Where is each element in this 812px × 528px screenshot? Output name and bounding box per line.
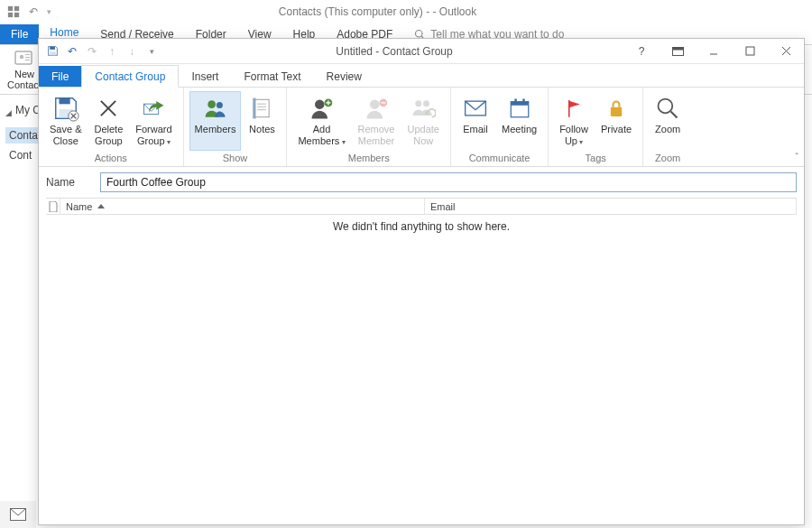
main-titlebar: ↶ ▾ Contacts (This computer only) - - Ou…: [0, 0, 812, 23]
save-icon[interactable]: [46, 45, 59, 58]
maximize-button[interactable]: [732, 39, 768, 64]
update-now-button: Update Now: [402, 91, 445, 151]
svg-rect-10: [25, 60, 30, 60]
svg-point-39: [370, 99, 380, 109]
forward-group-button[interactable]: Forward Group ▾: [130, 91, 177, 151]
meeting-icon: [506, 95, 533, 122]
notes-icon: [248, 95, 275, 122]
name-label: Name: [46, 176, 91, 189]
undo-icon[interactable]: ↶: [29, 5, 38, 18]
delete-icon: [95, 95, 122, 122]
forward-icon: [140, 95, 167, 122]
group-label-communicate: Communicate: [457, 151, 542, 166]
svg-point-52: [659, 99, 673, 114]
notes-button[interactable]: Notes: [243, 91, 281, 151]
follow-up-button[interactable]: Follow Up ▾: [554, 91, 594, 151]
flag-icon: [560, 95, 587, 122]
svg-point-42: [415, 100, 421, 107]
svg-rect-0: [8, 5, 13, 10]
grid-empty-message: We didn't find anything to show here.: [46, 215, 797, 238]
contact-group-window: ↶ ↷ ↑ ↓ ▾ Untitled - Contact Group ? Fil…: [38, 38, 805, 525]
undo-icon[interactable]: ↶: [66, 45, 78, 58]
members-icon: [202, 95, 229, 122]
zoom-button[interactable]: Zoom: [649, 91, 687, 151]
name-row: Name: [46, 172, 797, 192]
members-grid: Name Email We didn't find anything to sh…: [46, 198, 797, 238]
grid-col-email[interactable]: Email: [425, 199, 797, 215]
cg-tab-format-text[interactable]: Format Text: [231, 66, 313, 87]
add-members-button[interactable]: Add Members ▾: [292, 91, 350, 151]
svg-line-53: [671, 112, 678, 118]
group-name-input[interactable]: [100, 172, 797, 192]
zoom-icon: [654, 95, 681, 122]
svg-rect-13: [50, 51, 56, 55]
nav-section-my-contacts[interactable]: My C: [15, 104, 41, 116]
svg-point-28: [208, 100, 216, 108]
minimize-button[interactable]: [696, 39, 732, 64]
collapse-icon[interactable]: ◢: [5, 108, 12, 117]
svg-rect-2: [8, 12, 13, 16]
close-button[interactable]: [768, 39, 804, 64]
save-close-button[interactable]: Save & Close: [44, 91, 87, 151]
redo-icon[interactable]: ↷: [86, 45, 98, 58]
svg-rect-8: [25, 54, 30, 55]
help-button[interactable]: ?: [623, 39, 660, 64]
app-icon: [7, 5, 20, 18]
svg-rect-12: [50, 47, 55, 50]
svg-rect-1: [14, 5, 19, 10]
cg-tab-contact-group[interactable]: Contact Group: [81, 65, 179, 88]
cg-tab-review[interactable]: Review: [314, 66, 374, 87]
cg-ribbon: Save & Close Delete Group Forward Group …: [39, 88, 804, 167]
ribbon-group-communicate: Email Meeting Communicate: [451, 88, 549, 166]
svg-rect-49: [522, 98, 524, 103]
private-button[interactable]: Private: [595, 91, 637, 151]
nav-down-icon[interactable]: ↓: [125, 45, 138, 58]
group-label-zoom: Zoom: [649, 151, 687, 166]
nav-up-icon[interactable]: ↑: [106, 45, 118, 58]
svg-rect-3: [14, 12, 19, 16]
svg-rect-51: [611, 107, 622, 116]
email-button[interactable]: Email: [457, 91, 494, 151]
qat-more-icon[interactable]: ▾: [145, 45, 158, 58]
svg-rect-20: [59, 98, 69, 105]
group-label-actions: Actions: [44, 151, 178, 166]
remove-member-button: Remove Member: [353, 91, 401, 151]
svg-point-4: [416, 31, 423, 38]
svg-point-43: [423, 100, 429, 107]
grid-col-icon[interactable]: [46, 199, 60, 215]
group-label-members: Members: [292, 151, 445, 166]
delete-group-button[interactable]: Delete Group: [88, 91, 128, 151]
members-button[interactable]: Members: [189, 91, 242, 151]
cg-titlebar: ↶ ↷ ↑ ↓ ▾ Untitled - Contact Group ?: [39, 39, 804, 64]
lock-icon: [603, 95, 630, 122]
svg-rect-47: [511, 102, 529, 106]
svg-rect-34: [254, 98, 256, 119]
grid-header: Name Email: [46, 199, 797, 215]
group-label-tags: Tags: [554, 151, 637, 166]
svg-rect-17: [746, 47, 754, 55]
ribbon-options-button[interactable]: [660, 39, 696, 64]
cg-tab-insert[interactable]: Insert: [179, 66, 231, 87]
remove-member-icon: [363, 95, 390, 122]
ribbon-group-actions: Save & Close Delete Group Forward Group …: [39, 88, 184, 166]
cg-tab-file[interactable]: File: [39, 66, 81, 87]
meeting-button[interactable]: Meeting: [496, 91, 542, 151]
save-close-icon: [52, 95, 79, 122]
nav-bar-mail[interactable]: [0, 501, 36, 528]
cg-body: Name Name Email We didn't find anything …: [39, 167, 804, 524]
ribbon-group-tags: Follow Up ▾ Private Tags: [549, 88, 643, 166]
new-contact-button[interactable]: New Contact: [7, 49, 42, 90]
svg-point-35: [315, 99, 325, 109]
add-member-icon: [308, 95, 335, 122]
collapse-ribbon-icon[interactable]: ˆ: [795, 152, 798, 162]
cg-ribbon-tabs: File Contact Group Insert Format Text Re…: [39, 64, 804, 88]
main-window-title: Contacts (This computer only) - - Outloo…: [51, 5, 704, 18]
tab-file[interactable]: File: [0, 24, 39, 44]
cg-window-title: Untitled - Contact Group: [165, 45, 623, 58]
page-icon: [49, 201, 58, 212]
grid-col-name[interactable]: Name: [60, 199, 425, 215]
svg-rect-48: [514, 98, 516, 103]
email-icon: [462, 95, 489, 122]
ribbon-group-show: Members Notes Show: [184, 88, 288, 166]
update-icon: [410, 95, 437, 122]
